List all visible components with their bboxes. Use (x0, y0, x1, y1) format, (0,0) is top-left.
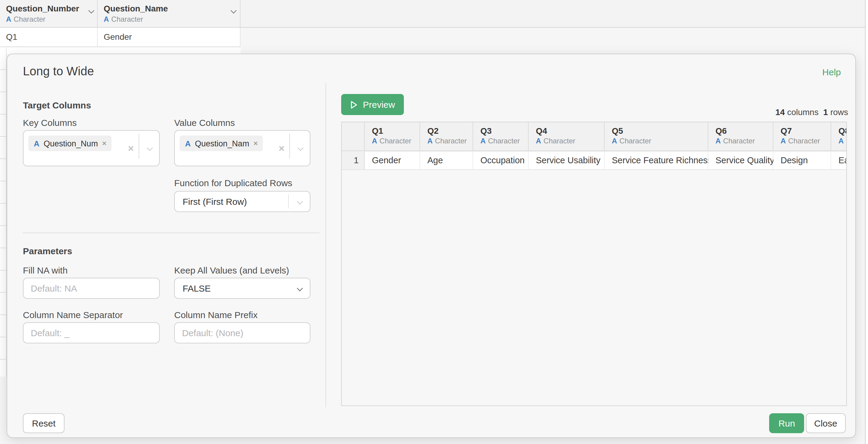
column-name-prefix-label: Column Name Prefix (174, 310, 258, 320)
chevron-down-icon (297, 285, 303, 291)
preview-cell[interactable]: Service Feature Richness (604, 152, 708, 170)
preview-cell[interactable]: Ea (831, 152, 847, 170)
key-columns-multiselect[interactable]: A Question_Num × × (23, 130, 160, 166)
bg-column-header-question-name[interactable]: Question_Name ACharacter (98, 0, 241, 28)
target-columns-heading: Target Columns (23, 100, 91, 110)
key-column-tag[interactable]: A Question_Num × (28, 135, 112, 151)
divider (138, 134, 139, 158)
row-number-header (342, 122, 365, 151)
chevron-down-icon[interactable] (230, 7, 237, 13)
type-character-icon: A (612, 137, 617, 145)
keep-all-values-label: Keep All Values (and Levels) (174, 265, 289, 275)
columns-count: 14 (775, 107, 785, 117)
type-character-icon: A (536, 137, 541, 145)
dup-function-dropdown[interactable]: First (First Row) (174, 191, 310, 212)
preview-cell[interactable]: Service Usability (529, 152, 604, 170)
keep-all-values-select[interactable]: FALSE (174, 278, 310, 299)
clear-all-icon[interactable]: × (278, 143, 284, 155)
close-button[interactable]: Close (806, 413, 846, 433)
preview-col-header-q6[interactable]: Q6 ACharacter (708, 122, 773, 151)
help-link[interactable]: Help (822, 67, 841, 77)
parameters-heading: Parameters (23, 246, 72, 256)
remove-tag-icon[interactable]: × (102, 139, 106, 148)
type-character-icon: A (34, 139, 39, 148)
preview-table-header: Q1 ACharacter Q2 ACharacter Q3 ACharacte… (342, 122, 847, 151)
key-columns-label: Key Columns (23, 118, 76, 128)
bg-column-header-question-number[interactable]: Question_Number ACharacter (0, 0, 98, 28)
preview-col-header-q1[interactable]: Q1 ACharacter (365, 122, 420, 151)
preview-cell[interactable]: Gender (365, 152, 420, 170)
tag-label: Question_Num (44, 139, 98, 148)
type-character-icon: A (104, 15, 109, 24)
reset-button[interactable]: Reset (23, 413, 64, 433)
play-icon (350, 100, 358, 109)
keep-all-values-value: FALSE (183, 283, 211, 293)
value-columns-multiselect[interactable]: A Question_Nam × × (174, 130, 310, 166)
preview-dimensions: 14 columns 1 rows (775, 107, 848, 117)
row-number-cell: 1 (342, 152, 365, 170)
dup-function-value: First (First Row) (183, 196, 247, 207)
type-character-icon: A (715, 137, 721, 145)
column-name-prefix-input[interactable] (174, 322, 310, 343)
chevron-down-icon[interactable] (147, 145, 153, 151)
preview-button-label: Preview (363, 99, 395, 109)
preview-col-header-q3[interactable]: Q3 ACharacter (473, 122, 529, 151)
bg-column-title: Question_Name (104, 4, 168, 13)
bg-cell-gender[interactable]: Gender (98, 28, 241, 47)
preview-cell[interactable]: Age (420, 152, 473, 170)
section-divider (23, 232, 319, 233)
dup-function-label: Function for Duplicated Rows (174, 178, 292, 188)
column-name-separator-label: Column Name Separator (23, 310, 123, 320)
bg-table-left-sliver (0, 47, 7, 377)
type-character-icon: A (185, 139, 191, 148)
type-character-icon: A (781, 137, 786, 145)
column-name-separator-input[interactable] (23, 322, 160, 343)
preview-button[interactable]: Preview (341, 94, 404, 115)
rows-count: 1 (824, 107, 828, 117)
preview-cell[interactable]: Design (773, 152, 831, 170)
preview-cell[interactable]: Occupation (473, 152, 529, 170)
window-right-edge (865, 0, 868, 444)
remove-tag-icon[interactable]: × (253, 139, 258, 148)
long-to-wide-dialog: Long to Wide Help Target Columns Key Col… (7, 54, 856, 438)
chevron-down-icon[interactable] (298, 145, 304, 151)
preview-table-row: 1 Gender Age Occupation Service Usabilit… (342, 152, 847, 170)
bg-table-row-partial (0, 47, 241, 54)
preview-table: Q1 ACharacter Q2 ACharacter Q3 ACharacte… (341, 122, 847, 406)
bg-column-title: Question_Number (6, 4, 79, 13)
preview-col-header-q7[interactable]: Q7 ACharacter (773, 122, 831, 151)
app-root: Question_Number ACharacter Question_Name… (0, 0, 868, 444)
bg-column-type: ACharacter (104, 15, 234, 24)
preview-col-header-q5[interactable]: Q5 ACharacter (604, 122, 708, 151)
tag-label: Question_Nam (195, 139, 249, 148)
value-column-tag[interactable]: A Question_Nam × (180, 135, 263, 151)
clear-all-icon[interactable]: × (128, 143, 134, 155)
fill-na-input[interactable] (23, 278, 160, 299)
bg-column-type: ACharacter (6, 15, 91, 24)
fill-na-label: Fill NA with (23, 265, 67, 275)
divider (289, 134, 290, 158)
panel-divider (326, 83, 326, 407)
run-button[interactable]: Run (770, 413, 804, 433)
type-character-icon: A (372, 137, 377, 145)
type-character-icon: A (838, 137, 844, 145)
bg-cell-q1[interactable]: Q1 (0, 28, 98, 47)
chevron-down-icon[interactable] (297, 198, 303, 204)
preview-cell[interactable]: Service Quality (708, 152, 773, 170)
divider (288, 195, 289, 209)
preview-col-header-q4[interactable]: Q4 ACharacter (529, 122, 604, 151)
type-character-icon: A (480, 137, 486, 145)
dialog-title: Long to Wide (23, 64, 94, 78)
chevron-down-icon[interactable] (88, 7, 94, 13)
type-character-icon: A (427, 137, 433, 145)
preview-col-header-q2[interactable]: Q2 ACharacter (420, 122, 473, 151)
value-columns-label: Value Columns (174, 118, 235, 128)
background-table-header: Question_Number ACharacter Question_Name… (0, 0, 868, 28)
type-character-icon: A (6, 15, 11, 24)
preview-col-header-q8[interactable]: Q8 ACharacter (831, 122, 847, 151)
